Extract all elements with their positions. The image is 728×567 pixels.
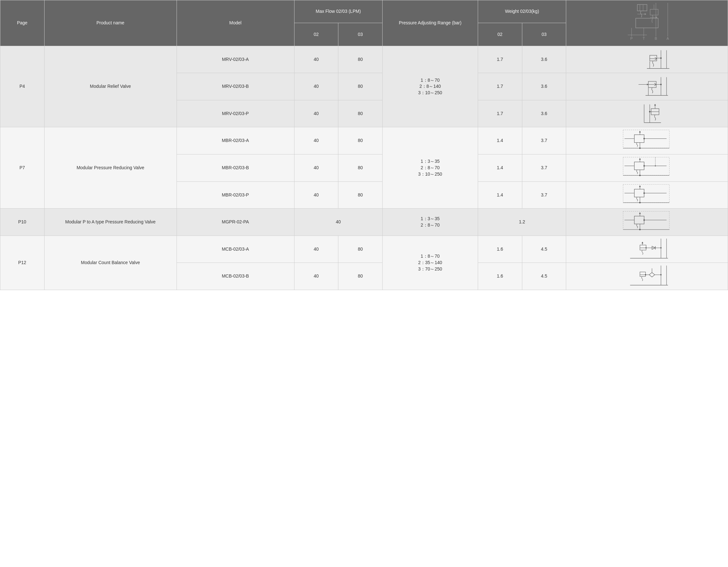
header-flow03: 03 bbox=[338, 23, 383, 46]
header-row: Page Product name Model Max Flow 02/03 (… bbox=[0, 0, 728, 23]
cell-flow02: 40 bbox=[294, 263, 338, 290]
svg-marker-4 bbox=[645, 13, 646, 15]
cell-product: Modular Pressure Reducing Valve bbox=[44, 127, 177, 209]
cell-flow03: 80 bbox=[338, 46, 383, 73]
header-model: Model bbox=[177, 0, 294, 46]
cell-flow02: 40 bbox=[294, 127, 338, 154]
cell-weight03: 3.7 bbox=[522, 181, 566, 209]
cell-symbol bbox=[566, 100, 728, 127]
svg-point-55 bbox=[643, 138, 645, 139]
cell-pressure: 1：3～35 2：8～70 bbox=[382, 209, 478, 236]
svg-point-58 bbox=[639, 147, 641, 149]
cell-weight03: 3.7 bbox=[522, 127, 566, 154]
cell-pressure: 1：3～35 2：8～70 3：10～250 bbox=[382, 127, 478, 209]
header-symbol: P T B A bbox=[566, 0, 728, 46]
cell-flow03: 80 bbox=[338, 100, 383, 127]
svg-rect-15 bbox=[650, 9, 658, 15]
svg-marker-62 bbox=[639, 158, 641, 160]
svg-marker-100 bbox=[642, 242, 643, 243]
svg-point-26 bbox=[660, 57, 662, 59]
svg-rect-72 bbox=[634, 189, 644, 197]
header-symbol-svg: P T B A bbox=[618, 3, 676, 41]
svg-rect-5 bbox=[636, 18, 658, 28]
svg-marker-107 bbox=[649, 273, 655, 277]
cell-weight02: 1.7 bbox=[478, 100, 522, 127]
cell-weight03: 3.6 bbox=[522, 73, 566, 100]
table-row: P4Modular Relief ValveMRV-02/03-A40801：8… bbox=[0, 46, 728, 73]
cell-flow02: 40 bbox=[294, 73, 338, 100]
table-row: P12Modular Count Balance ValveMCB-02/03-… bbox=[0, 235, 728, 263]
svg-point-113 bbox=[645, 274, 646, 275]
svg-text:T: T bbox=[643, 37, 645, 40]
cell-weight02: 1.4 bbox=[478, 181, 522, 209]
svg-point-80 bbox=[639, 202, 641, 203]
svg-rect-59 bbox=[623, 157, 669, 175]
cell-model: MBR-02/03-B bbox=[177, 154, 294, 181]
cell-symbol bbox=[566, 46, 728, 73]
svg-rect-49 bbox=[623, 130, 669, 148]
svg-line-33 bbox=[654, 83, 656, 84]
cell-weight02: 1.7 bbox=[478, 73, 522, 100]
svg-point-36 bbox=[660, 84, 662, 85]
cell-symbol bbox=[566, 73, 728, 100]
cell-weight02: 1.6 bbox=[478, 263, 522, 290]
svg-marker-40 bbox=[647, 84, 648, 85]
table-row: P10Modular P to A type Pressure Reducing… bbox=[0, 209, 728, 236]
cell-model: MCB-02/03-A bbox=[177, 235, 294, 263]
svg-marker-52 bbox=[639, 131, 641, 132]
cell-weight02: 1.4 bbox=[478, 127, 522, 154]
cell-weight02: 1.6 bbox=[478, 235, 522, 263]
svg-point-70 bbox=[655, 165, 656, 167]
svg-line-24 bbox=[655, 59, 657, 60]
svg-point-77 bbox=[643, 192, 645, 193]
header-weight: Weight 02/03(kg) bbox=[478, 0, 566, 23]
main-table: Page Product name Model Max Flow 02/03 (… bbox=[0, 0, 728, 290]
cell-page: P10 bbox=[0, 209, 45, 236]
cell-model: MGPR-02-PA bbox=[177, 209, 294, 236]
header-weight03: 03 bbox=[522, 23, 566, 46]
cell-flow02: 40 bbox=[294, 46, 338, 73]
header-maxflow: Max Flow 02/03 (LPM) bbox=[294, 0, 382, 23]
header-page: Page bbox=[0, 0, 45, 46]
cell-product: Modular P to A type Pressure Reducing Va… bbox=[44, 209, 177, 236]
cell-model: MRV-02/03-P bbox=[177, 100, 294, 127]
cell-weight03: 3.7 bbox=[522, 154, 566, 181]
cell-model: MRV-02/03-B bbox=[177, 73, 294, 100]
cell-symbol bbox=[566, 154, 728, 181]
cell-flow02: 40 bbox=[294, 209, 382, 236]
cell-weight03: 4.5 bbox=[522, 235, 566, 263]
svg-rect-98 bbox=[640, 245, 646, 250]
cell-flow03: 80 bbox=[338, 263, 383, 290]
cell-page: P7 bbox=[0, 127, 45, 209]
svg-line-23 bbox=[655, 57, 657, 58]
svg-line-34 bbox=[654, 85, 656, 86]
svg-rect-0 bbox=[637, 4, 647, 11]
cell-page: P4 bbox=[0, 46, 45, 127]
cell-model: MBR-02/03-A bbox=[177, 127, 294, 154]
header-product: Product name bbox=[44, 0, 177, 46]
svg-rect-83 bbox=[634, 216, 644, 224]
svg-point-45 bbox=[649, 111, 650, 112]
header-flow02: 02 bbox=[294, 23, 338, 46]
svg-point-68 bbox=[639, 175, 641, 176]
svg-point-114 bbox=[660, 274, 662, 275]
cell-weight02: 1.2 bbox=[478, 209, 566, 236]
cell-flow03: 80 bbox=[338, 181, 383, 209]
svg-point-65 bbox=[643, 165, 645, 166]
svg-rect-60 bbox=[634, 162, 644, 170]
svg-rect-111 bbox=[640, 272, 646, 276]
cell-symbol bbox=[566, 235, 728, 263]
cell-flow02: 40 bbox=[294, 154, 338, 181]
cell-product: Modular Relief Valve bbox=[44, 46, 177, 127]
svg-marker-74 bbox=[639, 185, 641, 187]
svg-rect-71 bbox=[623, 184, 669, 202]
cell-weight02: 1.4 bbox=[478, 154, 522, 181]
cell-flow03: 80 bbox=[338, 73, 383, 100]
cell-model: MBR-02/03-P bbox=[177, 181, 294, 209]
cell-pressure: 1：8～70 2：35～140 3：70～250 bbox=[382, 235, 478, 290]
cell-pressure: 1：8～70 2：8～140 3：10～250 bbox=[382, 46, 478, 127]
header-pressure: Pressure Adjusting Range (bar) bbox=[382, 0, 478, 46]
cell-symbol bbox=[566, 263, 728, 290]
svg-text:B: B bbox=[655, 37, 657, 40]
svg-text:A: A bbox=[666, 37, 669, 40]
